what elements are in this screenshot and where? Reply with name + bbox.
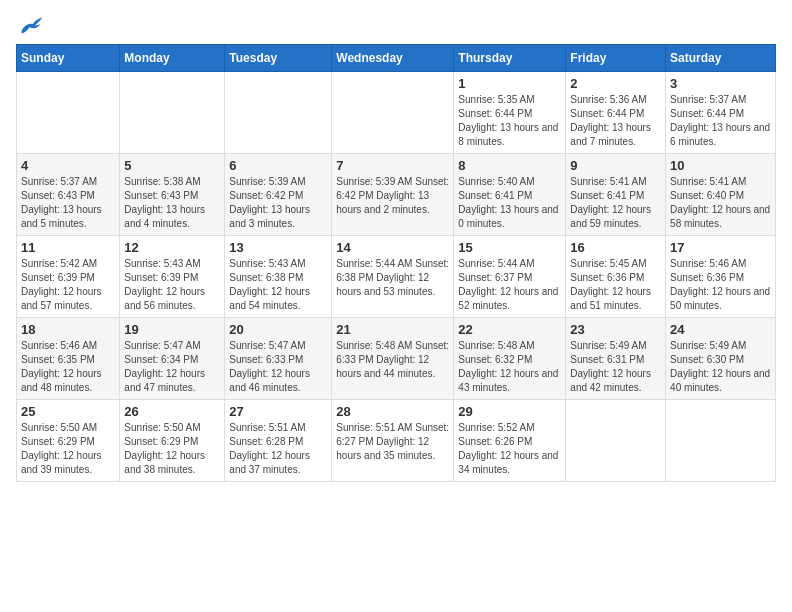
- day-number: 3: [670, 76, 771, 91]
- day-cell: 9Sunrise: 5:41 AM Sunset: 6:41 PM Daylig…: [566, 154, 666, 236]
- day-number: 24: [670, 322, 771, 337]
- bird-icon: [20, 16, 44, 36]
- day-cell: 29Sunrise: 5:52 AM Sunset: 6:26 PM Dayli…: [454, 400, 566, 482]
- header-cell: Thursday: [454, 45, 566, 72]
- day-info: Sunrise: 5:48 AM Sunset: 6:32 PM Dayligh…: [458, 339, 561, 395]
- week-row: 4Sunrise: 5:37 AM Sunset: 6:43 PM Daylig…: [17, 154, 776, 236]
- day-info: Sunrise: 5:41 AM Sunset: 6:41 PM Dayligh…: [570, 175, 661, 231]
- header-cell: Friday: [566, 45, 666, 72]
- day-cell: 21Sunrise: 5:48 AM Sunset: 6:33 PM Dayli…: [332, 318, 454, 400]
- week-row: 18Sunrise: 5:46 AM Sunset: 6:35 PM Dayli…: [17, 318, 776, 400]
- day-number: 17: [670, 240, 771, 255]
- day-info: Sunrise: 5:41 AM Sunset: 6:40 PM Dayligh…: [670, 175, 771, 231]
- day-info: Sunrise: 5:35 AM Sunset: 6:44 PM Dayligh…: [458, 93, 561, 149]
- day-cell: 23Sunrise: 5:49 AM Sunset: 6:31 PM Dayli…: [566, 318, 666, 400]
- header: [16, 16, 776, 36]
- header-cell: Wednesday: [332, 45, 454, 72]
- day-info: Sunrise: 5:50 AM Sunset: 6:29 PM Dayligh…: [124, 421, 220, 477]
- day-info: Sunrise: 5:39 AM Sunset: 6:42 PM Dayligh…: [336, 175, 449, 217]
- day-number: 29: [458, 404, 561, 419]
- day-cell: 4Sunrise: 5:37 AM Sunset: 6:43 PM Daylig…: [17, 154, 120, 236]
- day-number: 9: [570, 158, 661, 173]
- day-number: 11: [21, 240, 115, 255]
- day-number: 2: [570, 76, 661, 91]
- day-number: 4: [21, 158, 115, 173]
- day-cell: 27Sunrise: 5:51 AM Sunset: 6:28 PM Dayli…: [225, 400, 332, 482]
- calendar-table: SundayMondayTuesdayWednesdayThursdayFrid…: [16, 44, 776, 482]
- day-number: 10: [670, 158, 771, 173]
- day-cell: 14Sunrise: 5:44 AM Sunset: 6:38 PM Dayli…: [332, 236, 454, 318]
- day-cell: 25Sunrise: 5:50 AM Sunset: 6:29 PM Dayli…: [17, 400, 120, 482]
- day-info: Sunrise: 5:44 AM Sunset: 6:38 PM Dayligh…: [336, 257, 449, 299]
- header-cell: Monday: [120, 45, 225, 72]
- day-cell: 19Sunrise: 5:47 AM Sunset: 6:34 PM Dayli…: [120, 318, 225, 400]
- day-info: Sunrise: 5:52 AM Sunset: 6:26 PM Dayligh…: [458, 421, 561, 477]
- day-cell: [17, 72, 120, 154]
- day-cell: 15Sunrise: 5:44 AM Sunset: 6:37 PM Dayli…: [454, 236, 566, 318]
- day-cell: 7Sunrise: 5:39 AM Sunset: 6:42 PM Daylig…: [332, 154, 454, 236]
- day-number: 1: [458, 76, 561, 91]
- day-info: Sunrise: 5:46 AM Sunset: 6:36 PM Dayligh…: [670, 257, 771, 313]
- day-number: 7: [336, 158, 449, 173]
- day-number: 5: [124, 158, 220, 173]
- day-info: Sunrise: 5:39 AM Sunset: 6:42 PM Dayligh…: [229, 175, 327, 231]
- day-info: Sunrise: 5:36 AM Sunset: 6:44 PM Dayligh…: [570, 93, 661, 149]
- day-info: Sunrise: 5:40 AM Sunset: 6:41 PM Dayligh…: [458, 175, 561, 231]
- day-number: 27: [229, 404, 327, 419]
- day-number: 15: [458, 240, 561, 255]
- day-info: Sunrise: 5:49 AM Sunset: 6:31 PM Dayligh…: [570, 339, 661, 395]
- logo: [16, 16, 44, 36]
- day-cell: [225, 72, 332, 154]
- day-info: Sunrise: 5:50 AM Sunset: 6:29 PM Dayligh…: [21, 421, 115, 477]
- day-info: Sunrise: 5:51 AM Sunset: 6:28 PM Dayligh…: [229, 421, 327, 477]
- day-cell: 13Sunrise: 5:43 AM Sunset: 6:38 PM Dayli…: [225, 236, 332, 318]
- day-info: Sunrise: 5:43 AM Sunset: 6:39 PM Dayligh…: [124, 257, 220, 313]
- day-cell: 10Sunrise: 5:41 AM Sunset: 6:40 PM Dayli…: [666, 154, 776, 236]
- day-number: 12: [124, 240, 220, 255]
- day-cell: 26Sunrise: 5:50 AM Sunset: 6:29 PM Dayli…: [120, 400, 225, 482]
- day-number: 19: [124, 322, 220, 337]
- day-number: 25: [21, 404, 115, 419]
- day-cell: [566, 400, 666, 482]
- day-cell: 17Sunrise: 5:46 AM Sunset: 6:36 PM Dayli…: [666, 236, 776, 318]
- day-info: Sunrise: 5:42 AM Sunset: 6:39 PM Dayligh…: [21, 257, 115, 313]
- day-number: 8: [458, 158, 561, 173]
- day-info: Sunrise: 5:38 AM Sunset: 6:43 PM Dayligh…: [124, 175, 220, 231]
- day-number: 13: [229, 240, 327, 255]
- week-row: 25Sunrise: 5:50 AM Sunset: 6:29 PM Dayli…: [17, 400, 776, 482]
- header-cell: Sunday: [17, 45, 120, 72]
- day-cell: 2Sunrise: 5:36 AM Sunset: 6:44 PM Daylig…: [566, 72, 666, 154]
- day-number: 26: [124, 404, 220, 419]
- day-info: Sunrise: 5:49 AM Sunset: 6:30 PM Dayligh…: [670, 339, 771, 395]
- day-info: Sunrise: 5:37 AM Sunset: 6:44 PM Dayligh…: [670, 93, 771, 149]
- day-info: Sunrise: 5:45 AM Sunset: 6:36 PM Dayligh…: [570, 257, 661, 313]
- day-cell: [332, 72, 454, 154]
- day-number: 6: [229, 158, 327, 173]
- day-cell: 12Sunrise: 5:43 AM Sunset: 6:39 PM Dayli…: [120, 236, 225, 318]
- day-number: 28: [336, 404, 449, 419]
- day-cell: 16Sunrise: 5:45 AM Sunset: 6:36 PM Dayli…: [566, 236, 666, 318]
- day-info: Sunrise: 5:43 AM Sunset: 6:38 PM Dayligh…: [229, 257, 327, 313]
- day-number: 22: [458, 322, 561, 337]
- day-cell: 11Sunrise: 5:42 AM Sunset: 6:39 PM Dayli…: [17, 236, 120, 318]
- day-cell: 6Sunrise: 5:39 AM Sunset: 6:42 PM Daylig…: [225, 154, 332, 236]
- header-cell: Saturday: [666, 45, 776, 72]
- day-cell: 8Sunrise: 5:40 AM Sunset: 6:41 PM Daylig…: [454, 154, 566, 236]
- header-cell: Tuesday: [225, 45, 332, 72]
- day-info: Sunrise: 5:47 AM Sunset: 6:33 PM Dayligh…: [229, 339, 327, 395]
- day-cell: 18Sunrise: 5:46 AM Sunset: 6:35 PM Dayli…: [17, 318, 120, 400]
- day-number: 14: [336, 240, 449, 255]
- day-cell: 5Sunrise: 5:38 AM Sunset: 6:43 PM Daylig…: [120, 154, 225, 236]
- day-info: Sunrise: 5:47 AM Sunset: 6:34 PM Dayligh…: [124, 339, 220, 395]
- day-number: 16: [570, 240, 661, 255]
- header-row: SundayMondayTuesdayWednesdayThursdayFrid…: [17, 45, 776, 72]
- day-cell: [666, 400, 776, 482]
- day-cell: 28Sunrise: 5:51 AM Sunset: 6:27 PM Dayli…: [332, 400, 454, 482]
- day-cell: 1Sunrise: 5:35 AM Sunset: 6:44 PM Daylig…: [454, 72, 566, 154]
- day-cell: 3Sunrise: 5:37 AM Sunset: 6:44 PM Daylig…: [666, 72, 776, 154]
- day-info: Sunrise: 5:46 AM Sunset: 6:35 PM Dayligh…: [21, 339, 115, 395]
- day-info: Sunrise: 5:44 AM Sunset: 6:37 PM Dayligh…: [458, 257, 561, 313]
- day-cell: 22Sunrise: 5:48 AM Sunset: 6:32 PM Dayli…: [454, 318, 566, 400]
- week-row: 1Sunrise: 5:35 AM Sunset: 6:44 PM Daylig…: [17, 72, 776, 154]
- day-cell: [120, 72, 225, 154]
